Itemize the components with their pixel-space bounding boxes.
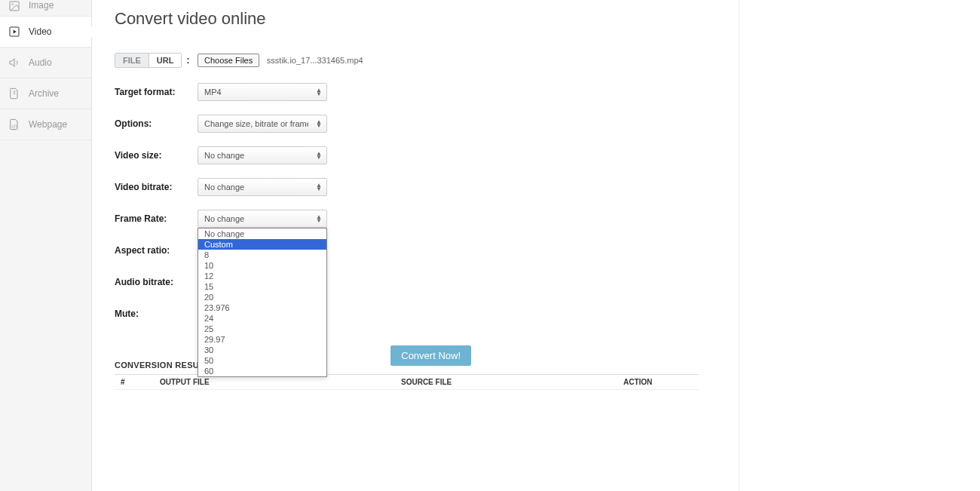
url-tab[interactable]: URL	[149, 54, 182, 67]
page-title: Convert video online	[115, 9, 716, 29]
source-toggle: FILE URL	[115, 53, 182, 68]
sidebar-item-video[interactable]: Video	[0, 17, 91, 48]
selected-filename: ssstik.io_17...331465.mp4	[267, 56, 363, 65]
audio-bitrate-label: Audio bitrate:	[115, 277, 198, 287]
dropdown-option[interactable]: 25	[198, 324, 326, 334]
dropdown-option[interactable]: 30	[198, 345, 326, 355]
dropdown-option[interactable]: No change	[198, 229, 326, 239]
select-arrows-icon: ▲▼	[316, 152, 322, 159]
col-output-file: OUTPUT FILE	[160, 378, 401, 386]
dropdown-option[interactable]: 50	[198, 355, 326, 366]
sidebar-item-label: Webpage	[29, 119, 67, 130]
target-format-label: Target format:	[115, 87, 198, 97]
file-tab[interactable]: FILE	[115, 54, 149, 67]
frame-rate-dropdown: No changeCustom81012152023.976242529.973…	[198, 228, 327, 377]
options-select[interactable]: Change size, bitrate or frame rate ▲▼	[198, 115, 327, 133]
webpage-icon	[8, 118, 21, 131]
dropdown-option[interactable]: 24	[198, 313, 326, 324]
audio-icon	[8, 56, 21, 69]
convert-button[interactable]: Convert Now!	[390, 345, 471, 366]
select-arrows-icon: ▲▼	[316, 183, 322, 191]
sidebar-item-label: Video	[29, 26, 51, 37]
results-header-row: # OUTPUT FILE SOURCE FILE ACTION	[115, 375, 699, 390]
frame-rate-select[interactable]: No change ▲▼	[198, 210, 327, 228]
sidebar-item-label: Image	[29, 0, 54, 11]
options-label: Options:	[115, 118, 198, 129]
select-arrows-icon: ▲▼	[316, 88, 322, 96]
choose-files-button[interactable]: Choose Files	[198, 54, 259, 67]
image-icon	[8, 0, 21, 14]
dropdown-option[interactable]: 10	[198, 260, 326, 271]
dropdown-option[interactable]: 60	[198, 366, 326, 376]
col-source-file: SOURCE FILE	[401, 378, 623, 386]
dropdown-option[interactable]: 15	[198, 281, 326, 292]
dropdown-option[interactable]: 20	[198, 292, 326, 302]
right-panel	[739, 0, 980, 491]
main-content: Convert video online FILE URL : Choose F…	[92, 0, 739, 491]
aspect-ratio-label: Aspect ratio:	[115, 245, 198, 256]
sidebar-item-label: Archive	[29, 88, 59, 99]
frame-rate-label: Frame Rate:	[115, 213, 198, 224]
video-size-label: Video size:	[115, 150, 198, 161]
sidebar-item-label: Audio	[29, 57, 52, 68]
video-size-select[interactable]: No change ▲▼	[198, 146, 327, 164]
svg-point-1	[12, 4, 14, 5]
dropdown-option[interactable]: 8	[198, 250, 326, 260]
col-action: ACTION	[623, 378, 699, 386]
col-number: #	[115, 378, 160, 386]
sidebar-item-image[interactable]: Image	[0, 0, 91, 17]
select-arrows-icon: ▲▼	[316, 215, 322, 222]
dropdown-option[interactable]: Custom	[198, 239, 326, 250]
video-bitrate-select[interactable]: No change ▲▼	[198, 178, 327, 196]
sidebar-item-webpage[interactable]: Webpage	[0, 109, 91, 140]
dropdown-option[interactable]: 29.97	[198, 334, 326, 345]
video-icon	[8, 25, 21, 38]
sidebar-item-archive[interactable]: Archive	[0, 78, 91, 109]
dropdown-option[interactable]: 12	[198, 271, 326, 281]
select-arrows-icon: ▲▼	[316, 120, 322, 127]
dropdown-option[interactable]: 23.976	[198, 302, 326, 313]
source-label: FILE URL :	[115, 53, 198, 68]
video-bitrate-label: Video bitrate:	[115, 182, 198, 192]
sidebar-item-audio[interactable]: Audio	[0, 48, 91, 78]
mute-label: Mute:	[115, 308, 198, 319]
target-format-select[interactable]: MP4 ▲▼	[198, 83, 327, 101]
sidebar: Image Video Audio Archive Webpage	[0, 0, 92, 491]
archive-icon	[8, 87, 21, 100]
file-input-area: Choose Files ssstik.io_17...331465.mp4	[198, 54, 363, 67]
